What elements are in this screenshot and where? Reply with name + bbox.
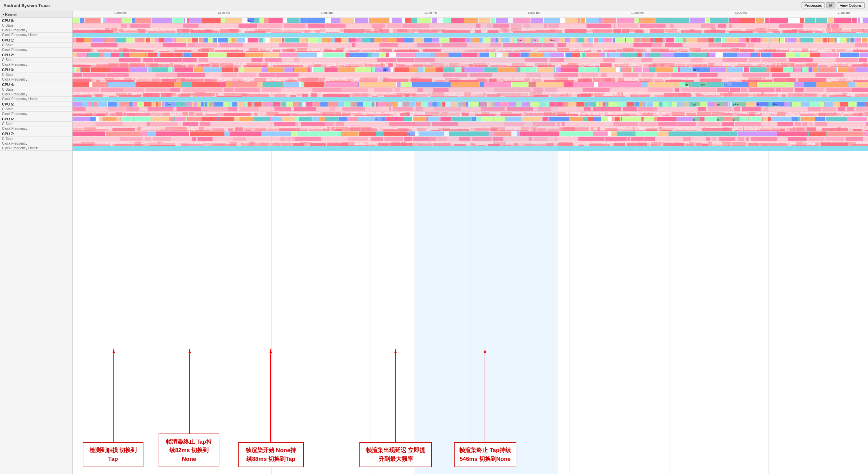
cpu1-cstate-label: C-State:	[0, 43, 72, 48]
rows-container	[73, 18, 868, 474]
cpu4-label: CPU 4:	[0, 82, 72, 87]
cpu5-cstate-label: C-State:	[0, 107, 72, 112]
header-controls: Processes M View Options	[802, 2, 865, 8]
app-title: Android System Trace	[3, 3, 50, 8]
m-button[interactable]: M	[826, 2, 835, 8]
time-mark-1900: 1,900 ms	[631, 11, 644, 14]
cpu6-cstate-label: C-State:	[0, 122, 72, 126]
cpu7-freq-label: Clock Frequency:	[0, 141, 72, 146]
kernel-section-header: • Kernel	[0, 11, 72, 18]
time-mark-1500: 1,500 ms	[217, 11, 230, 14]
cpu4-freq-limits-label: Clock Frequency Limits:	[0, 97, 72, 101]
cpu0-freq-limits-label: Clock Frequency Limits:	[0, 33, 72, 37]
cpu0-label: CPU 0:	[0, 18, 72, 23]
cpu7-label: CPU 7:	[0, 131, 72, 137]
cpu6-freq-label: Clock Frequency:	[0, 126, 72, 131]
cpu0-cstate-label: C-State:	[0, 23, 72, 28]
cpu3-cstate-label: C-State:	[0, 72, 72, 77]
cpu3-label: CPU 3:	[0, 67, 72, 72]
cpu1-freq-label: Clock Frequency:	[0, 48, 72, 52]
cpu6-label: CPU 6:	[0, 116, 72, 122]
cpu4-cstate-label: C-State:	[0, 87, 72, 92]
cpu2-cstate-label: C-State:	[0, 58, 72, 62]
time-mark-1700: 1,700 ms	[424, 11, 437, 14]
cpu2-freq-label: Clock Frequency:	[0, 62, 72, 67]
trace-panel[interactable]: 1,400 ms 1,500 ms 1,600 ms 1,700 ms 1,80…	[73, 11, 868, 474]
trace-canvas	[73, 18, 868, 474]
labels-column: • Kernel CPU 0: C-State: Clock Frequency…	[0, 11, 73, 474]
kernel-label: • Kernel	[3, 12, 17, 17]
time-mark-1600: 1,600 ms	[321, 11, 333, 14]
top-bar: Android System Trace Processes M View Op…	[0, 0, 868, 11]
cpu7-cstate-label: C-State:	[0, 137, 72, 141]
cpu3-freq-label: Clock Frequency:	[0, 77, 72, 82]
time-axis: 1,400 ms 1,500 ms 1,600 ms 1,700 ms 1,80…	[73, 11, 868, 18]
time-mark-2100: 2,100 ms	[838, 11, 850, 14]
time-mark-1800: 1,800 ms	[528, 11, 540, 14]
view-options-button[interactable]: View Options	[837, 2, 865, 8]
cpu2-label: CPU 2:	[0, 52, 72, 58]
cpu4-freq-label: Clock Frequency:	[0, 92, 72, 97]
time-mark-2000: 2,000 ms	[734, 11, 747, 14]
processes-button[interactable]: Processes	[802, 2, 825, 8]
cpu5-label: CPU 5:	[0, 101, 72, 107]
cpu0-freq-label: Clock Frequency:	[0, 28, 72, 33]
cpu7-freq-limits-label: Clock Frequency Limits:	[0, 146, 72, 151]
cpu5-freq-label: Clock Frequency:	[0, 112, 72, 116]
main-container: Android System Trace Processes M View Op…	[0, 0, 868, 474]
cpu1-label: CPU 1:	[0, 37, 72, 43]
time-mark-1400: 1,400 ms	[114, 11, 127, 14]
